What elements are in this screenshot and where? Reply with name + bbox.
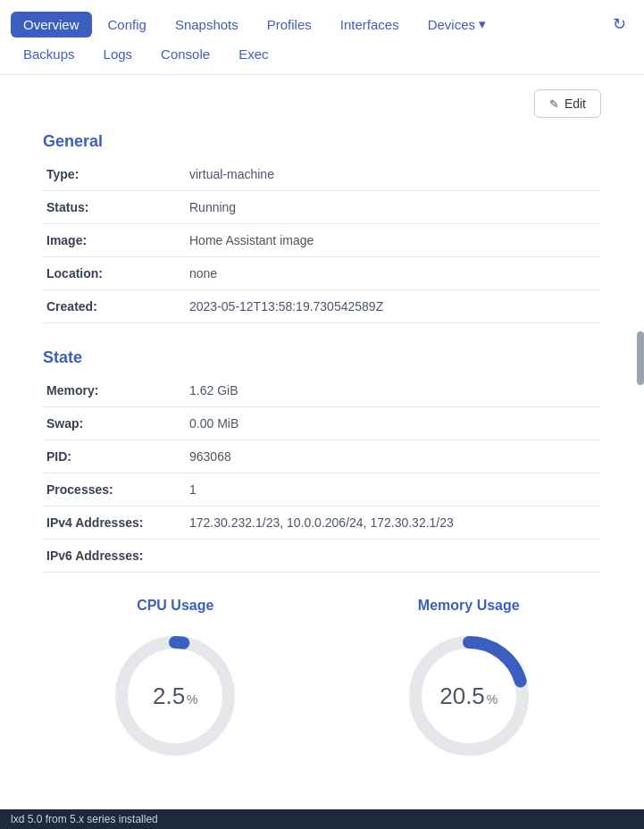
memory-label: Memory: [43, 374, 186, 407]
status-value: Running [186, 191, 601, 224]
cpu-percent-symbol: % [187, 692, 197, 707]
type-value: virtual-machine [186, 158, 601, 191]
table-row: IPv4 Addresses: 172.30.232.1/23, 10.0.0.… [43, 507, 601, 540]
tab-overview[interactable]: Overview [11, 12, 92, 38]
ipv4-label: IPv4 Addresses: [43, 507, 186, 540]
swap-label: Swap: [43, 407, 186, 440]
memory-value: 1.62 GiB [186, 374, 601, 407]
type-label: Type: [43, 158, 186, 191]
memory-chart-container: Memory Usage 20.5% [337, 598, 602, 767]
tab-config[interactable]: Config [96, 12, 159, 38]
memory-value: 20.5 [439, 682, 485, 710]
pid-value: 963068 [186, 440, 601, 473]
tab-interfaces[interactable]: Interfaces [328, 12, 412, 38]
image-value[interactable]: Home Assistant image [186, 224, 601, 257]
tab-backups[interactable]: Backups [11, 41, 88, 67]
pid-label: PID: [43, 440, 186, 473]
nav-row-2: Backups Logs Console Exec [11, 38, 633, 74]
table-row: Type: virtual-machine [43, 158, 601, 191]
ipv6-label: IPv6 Addresses: [43, 540, 186, 573]
tab-logs[interactable]: Logs [91, 41, 146, 67]
cpu-value: 2.5 [153, 682, 185, 710]
created-value: 2023-05-12T13:58:19.730542589Z [186, 290, 601, 323]
tab-console[interactable]: Console [148, 41, 222, 67]
cpu-chart-title: CPU Usage [137, 598, 213, 614]
tab-devices-label: Devices [428, 17, 475, 32]
processes-label: Processes: [43, 473, 186, 507]
cpu-chart-container: CPU Usage 2.5% [43, 598, 308, 767]
ipv6-value [186, 540, 601, 573]
table-row: Processes: 1 [43, 473, 601, 507]
cpu-donut: 2.5% [104, 624, 247, 767]
nav-row-1: Overview Config Snapshots Profiles Inter… [11, 0, 633, 38]
processes-value: 1 [186, 473, 601, 507]
scrollbar[interactable] [637, 331, 644, 385]
memory-percent-symbol: % [487, 692, 498, 707]
state-section: State Memory: 1.62 GiB Swap: 0.00 MiB PI… [43, 348, 601, 573]
tab-devices[interactable]: Devices ▾ [415, 11, 498, 38]
cpu-value-display: 2.5% [153, 682, 198, 710]
refresh-button[interactable]: ↻ [606, 11, 633, 38]
edit-button[interactable]: ✎ Edit [534, 89, 601, 118]
table-row: Swap: 0.00 MiB [43, 407, 601, 440]
table-row: Status: Running [43, 191, 601, 224]
top-navigation: Overview Config Snapshots Profiles Inter… [0, 0, 644, 75]
edit-label: Edit [565, 96, 586, 111]
memory-donut: 20.5% [397, 624, 540, 767]
general-table: Type: virtual-machine Status: Running Im… [43, 158, 601, 323]
status-bar: lxd 5.0 from 5.x series installed [0, 809, 644, 829]
table-row: Created: 2023-05-12T13:58:19.730542589Z [43, 290, 601, 323]
charts-row: CPU Usage 2.5% Memory Usage [43, 598, 601, 767]
tab-exec[interactable]: Exec [226, 41, 280, 67]
swap-value: 0.00 MiB [186, 407, 601, 440]
table-row: IPv6 Addresses: [43, 540, 601, 573]
state-heading: State [43, 348, 601, 367]
main-content: ✎ Edit General Type: virtual-machine Sta… [0, 75, 644, 782]
table-row: Location: none [43, 257, 601, 290]
edit-btn-row: ✎ Edit [43, 89, 601, 118]
tab-profiles[interactable]: Profiles [255, 12, 324, 38]
table-row: PID: 963068 [43, 440, 601, 473]
general-heading: General [43, 132, 601, 151]
refresh-icon: ↻ [613, 15, 626, 33]
table-row: Memory: 1.62 GiB [43, 374, 601, 407]
memory-value-display: 20.5% [439, 682, 498, 710]
ipv4-value: 172.30.232.1/23, 10.0.0.206/24, 172.30.3… [186, 507, 601, 540]
status-label: Status: [43, 191, 186, 224]
memory-chart-title: Memory Usage [418, 598, 520, 614]
tab-snapshots[interactable]: Snapshots [163, 12, 251, 38]
status-bar-text: lxd 5.0 from 5.x series installed [11, 813, 158, 825]
chevron-down-icon: ▾ [479, 16, 486, 32]
edit-icon: ✎ [549, 97, 559, 111]
location-value: none [186, 257, 601, 290]
location-label: Location: [43, 257, 186, 290]
state-table: Memory: 1.62 GiB Swap: 0.00 MiB PID: 963… [43, 374, 601, 573]
image-label: Image: [43, 224, 186, 257]
table-row: Image: Home Assistant image [43, 224, 601, 257]
created-label: Created: [43, 290, 186, 323]
